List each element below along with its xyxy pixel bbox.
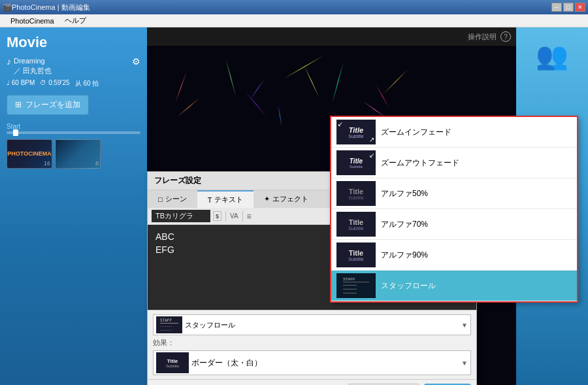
close-button[interactable]: ✕ (575, 3, 585, 12)
effect-name-alpha50: アルファ50% (381, 188, 572, 199)
effect-item-alpha90[interactable]: Title Subtitle アルファ90% (331, 240, 577, 271)
effect-name-zoom-in: ズームインフェード (381, 127, 572, 138)
effect-dropdown-arrow[interactable]: ▼ (461, 360, 468, 367)
effect-item-staff-roll[interactable]: STAFF ━━━━━━━ ━━━━━━━ ━━━━━━━ スタッフロール (331, 271, 577, 301)
effect-dropdown: Title Subtitle ↗ ↗ ズームインフェード Title Subti… (330, 116, 578, 303)
effect-item-zoom-out[interactable]: Title Subtitle ↙ ズームアウトフェード (331, 148, 577, 178)
font-size-selector[interactable]: s (213, 211, 221, 221)
list-format-icon[interactable]: ≡ (247, 212, 252, 221)
bpm-info: ♩ 60 BPM (7, 79, 35, 88)
effect-name-staff-roll: スタッフロール (381, 280, 572, 292)
help-icon[interactable]: ? (500, 31, 511, 42)
effect-item-zoom-in[interactable]: Title Subtitle ↗ ↗ ズームインフェード (331, 117, 577, 148)
timeline-track[interactable] (7, 131, 140, 134)
title-bar-buttons: ─ □ ✕ (551, 3, 585, 12)
effect-item-alpha70[interactable]: Title Subtitle アルファ70% (331, 209, 577, 240)
effect-thumb: Title Subtitle (156, 352, 189, 373)
thumbnail-2[interactable]: 8 (55, 139, 101, 169)
sidebar-meta: ♩ 60 BPM ⏱ 0:59'25 从 60 拍 (7, 79, 140, 88)
effect-label: 効果： (153, 339, 174, 346)
tab-text[interactable]: T テキスト (197, 190, 254, 208)
title-bar-icon: 🎬 (3, 3, 12, 12)
timeline-start-label: Start (7, 123, 140, 130)
add-phrase-label: フレーズを追加 (25, 99, 80, 110)
menu-help[interactable]: ヘルプ (59, 14, 91, 27)
left-sidebar: Movie ♪ Dreaming ／ 田丸哲也 ⚙ ♩ 60 BPM ⏱ 0:5… (0, 27, 147, 385)
timeline-area: Start PHOTOCINEMA 16 8 (7, 123, 140, 169)
effect-thumb-alpha50: Title Subtitle (336, 181, 376, 206)
tab-scene-label: シーン (165, 194, 187, 204)
effect-item-alpha50[interactable]: Title Subtitle アルファ50% (331, 178, 577, 209)
duration-info: ⏱ 0:59'25 (40, 79, 69, 88)
sidebar-movie-label: Movie (7, 34, 140, 51)
thumbnail-1[interactable]: PHOTOCINEMA 16 (7, 139, 52, 169)
thumbnail-strip: PHOTOCINEMA 16 8 (7, 139, 140, 169)
menu-photocinema[interactable]: PhotoCinema (5, 16, 59, 26)
effect-thumb-zoom-in: Title Subtitle ↗ ↗ (336, 120, 376, 144)
effect-name-zoom-out: ズームアウトフェード (381, 158, 572, 169)
animation-selector[interactable]: STAFF ───── ───── スタッフロール ▼ (153, 314, 471, 335)
effect-thumb-staff-roll: STAFF ━━━━━━━ ━━━━━━━ ━━━━━━━ (336, 273, 376, 298)
toolbar-separator-2 (242, 211, 243, 222)
effect-thumb-alpha70: Title Subtitle (336, 212, 376, 237)
tab-text-label: テキスト (214, 195, 243, 205)
timeline-slider[interactable] (13, 129, 18, 136)
thumb-label-2: 8 (95, 160, 99, 167)
effect-name: ボーダー（太・白） (191, 358, 262, 369)
music-note-icon: ♪ (7, 56, 11, 67)
effect-name-alpha70: アルファ70% (381, 219, 572, 230)
font-selector[interactable]: TBカリグラ (152, 210, 210, 222)
add-phrase-button[interactable]: ⊞ フレーズを追加 (7, 95, 89, 115)
artist-name: ／ 田丸哲也 (14, 66, 52, 76)
add-phrase-icon: ⊞ (15, 100, 22, 109)
effect-thumb-zoom-out: Title Subtitle ↙ (336, 150, 376, 175)
tab-scene[interactable]: □ シーン (148, 190, 197, 208)
effect-thumb-alpha90: Title Subtitle (336, 243, 376, 267)
menu-bar: PhotoCinema ヘルプ (0, 14, 588, 27)
effect-selector[interactable]: Title Subtitle ボーダー（太・白） ▼ (153, 350, 471, 375)
title-bar-text: PhotoCinema | 動画編集 (12, 3, 90, 12)
beats-info: 从 60 拍 (75, 79, 99, 88)
action-buttons: ⊘ キャンセル ✔ 適用 (148, 379, 476, 385)
effect-label-row: 効果： (153, 338, 471, 348)
song-settings-icon[interactable]: ⚙ (132, 56, 140, 67)
maximize-button[interactable]: □ (563, 3, 574, 12)
scene-icon: □ (158, 195, 163, 203)
minimize-button[interactable]: ─ (551, 3, 562, 12)
animation-dropdown-arrow[interactable]: ▼ (461, 322, 468, 329)
main-content: Movie ♪ Dreaming ／ 田丸哲也 ⚙ ♩ 60 BPM ⏱ 0:5… (0, 27, 588, 385)
tab-effect[interactable]: ✦ エフェクト (253, 190, 319, 208)
title-bar: 🎬 PhotoCinema | 動画編集 ─ □ ✕ (0, 0, 588, 14)
text-icon: T (208, 196, 212, 204)
thumb-title-1: PHOTOCINEMA (7, 150, 51, 157)
song-name: Dreaming (14, 56, 52, 66)
people-icon: 👥 (536, 41, 568, 71)
help-text[interactable]: 操作説明 (468, 32, 497, 42)
text-align-icon[interactable]: VA (230, 212, 238, 220)
sidebar-song-info: ♪ Dreaming ／ 田丸哲也 ⚙ (7, 56, 140, 76)
animation-thumb: STAFF ───── ───── (156, 316, 182, 333)
effect-select-row: Title Subtitle ボーダー（太・白） ▼ (153, 350, 471, 375)
tab-effect-label: エフェクト (272, 194, 308, 204)
effect-icon: ✦ (264, 195, 270, 203)
animation-name: スタッフロール (185, 320, 235, 330)
animation-row: STAFF ───── ───── スタッフロール ▼ (153, 314, 471, 335)
thumb-label-1: 16 (44, 160, 50, 167)
effect-name-alpha90: アルファ90% (381, 250, 572, 261)
toolbar-separator-1 (225, 211, 226, 222)
preview-top-bar: 操作説明 ? (147, 27, 516, 46)
dialog-bottom: STAFF ───── ───── スタッフロール ▼ 効果： (148, 310, 476, 379)
